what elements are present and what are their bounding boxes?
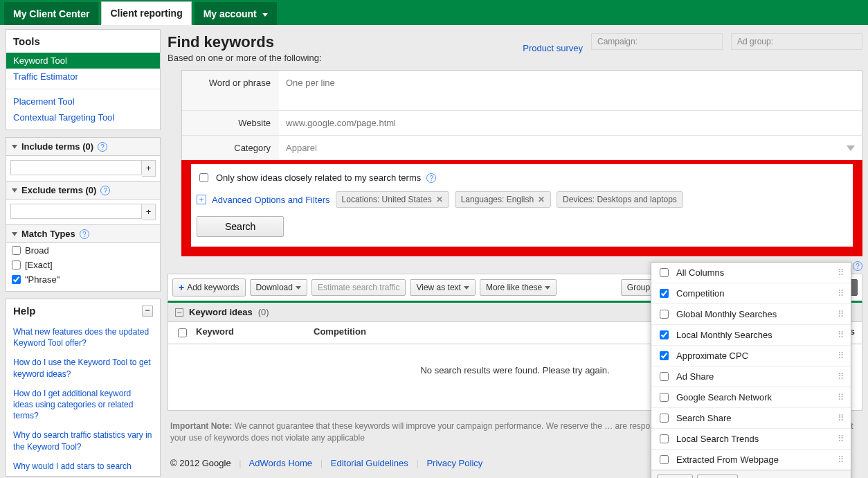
footer-privacy-policy[interactable]: Privacy Policy <box>426 458 482 468</box>
match-phrase-label: "Phrase" <box>25 274 60 285</box>
select-all-checkbox[interactable] <box>178 328 187 337</box>
exclude-add-button[interactable]: + <box>142 204 156 220</box>
column-checkbox[interactable] <box>660 268 669 277</box>
language-chip[interactable]: Languages: English✕ <box>455 191 551 208</box>
help-icon[interactable]: ? <box>80 229 89 239</box>
col-keyword[interactable]: Keyword <box>196 326 314 339</box>
top-nav: My Client Center Client reporting My acc… <box>0 0 868 25</box>
column-checkbox[interactable] <box>660 393 669 402</box>
chevron-down-icon[interactable] <box>12 145 17 149</box>
include-add-button[interactable]: + <box>142 160 156 177</box>
exclude-input[interactable] <box>10 204 142 219</box>
drag-handle-icon[interactable]: ⠿ <box>838 434 845 444</box>
more-like-these-button[interactable]: More like these <box>480 279 557 296</box>
close-icon[interactable]: ✕ <box>538 195 545 204</box>
expand-icon[interactable]: + <box>197 195 206 204</box>
help-link[interactable]: What new features does the updated Keywo… <box>6 322 160 353</box>
tab-my-client-center[interactable]: My Client Center <box>4 2 98 25</box>
help-icon[interactable]: ? <box>100 186 110 195</box>
column-option[interactable]: Extracted From Webpage⠿ <box>651 450 851 470</box>
adgroup-field[interactable]: Ad group: <box>731 33 862 50</box>
chevron-down-icon <box>847 145 855 151</box>
tool-placement[interactable]: Placement Tool <box>6 94 160 109</box>
column-option[interactable]: Local Monthly Searches⠿ <box>651 325 851 346</box>
website-input[interactable] <box>283 115 858 131</box>
copyright: © 2012 Google <box>170 458 231 468</box>
column-option[interactable]: Global Monthly Searches⠿ <box>651 304 851 325</box>
help-link[interactable]: How do I use the Keyword Tool to get key… <box>6 353 160 383</box>
collapse-icon[interactable] <box>175 308 183 317</box>
estimate-button[interactable]: Estimate search traffic <box>311 279 406 296</box>
column-option[interactable]: Ad Share⠿ <box>651 366 851 387</box>
column-label: Search Share <box>676 413 732 423</box>
match-phrase-checkbox[interactable] <box>12 275 21 284</box>
devices-chip[interactable]: Devices: Desktops and laptops <box>557 191 683 208</box>
advanced-options-link[interactable]: Advanced Options and Filters <box>212 195 330 205</box>
column-option[interactable]: All Columns⠿ <box>651 263 851 283</box>
column-checkbox[interactable] <box>660 372 669 381</box>
column-checkbox[interactable] <box>660 434 669 443</box>
drag-handle-icon[interactable]: ⠿ <box>838 267 845 278</box>
add-keywords-button[interactable]: +Add keywords <box>172 278 246 296</box>
drag-handle-icon[interactable]: ⠿ <box>838 351 845 361</box>
include-input[interactable] <box>10 160 142 175</box>
footer-adwords-home[interactable]: AdWords Home <box>249 458 313 468</box>
column-checkbox[interactable] <box>660 289 669 298</box>
chevron-down-icon[interactable] <box>12 188 17 193</box>
column-checkbox[interactable] <box>660 330 669 339</box>
close-icon[interactable]: ✕ <box>436 195 443 204</box>
help-icon[interactable]: ? <box>853 261 862 271</box>
match-broad-label: Broad <box>25 245 49 256</box>
only-show-checkbox[interactable] <box>199 173 208 182</box>
match-broad-checkbox[interactable] <box>12 246 21 255</box>
help-link[interactable]: Why do search traffic statistics vary in… <box>6 425 160 456</box>
location-chip[interactable]: Locations: United States✕ <box>336 191 449 208</box>
drag-handle-icon[interactable]: ⠿ <box>838 454 845 465</box>
tab-client-reporting[interactable]: Client reporting <box>101 1 191 25</box>
word-input[interactable] <box>283 75 858 104</box>
columns-cancel-button[interactable]: Cancel <box>697 475 738 478</box>
column-option[interactable]: Search Share⠿ <box>651 408 851 429</box>
drag-handle-icon[interactable]: ⠿ <box>838 392 845 402</box>
column-checkbox[interactable] <box>660 414 669 423</box>
tools-heading: Tools <box>6 30 160 53</box>
column-checkbox[interactable] <box>660 455 669 464</box>
campaign-field[interactable]: Campaign: <box>591 33 723 50</box>
help-link[interactable]: How do I get additional keyword ideas us… <box>6 384 160 426</box>
chevron-down-icon <box>296 286 301 290</box>
column-option[interactable]: Local Search Trends⠿ <box>651 429 851 450</box>
column-checkbox[interactable] <box>660 310 669 319</box>
drag-handle-icon[interactable]: ⠿ <box>838 330 845 340</box>
help-heading: Help <box>13 305 36 317</box>
columns-apply-button[interactable]: Apply <box>657 475 693 478</box>
column-option[interactable]: Google Search Network⠿ <box>651 387 851 408</box>
help-icon[interactable]: ? <box>98 142 107 152</box>
match-exact-checkbox[interactable] <box>12 260 21 269</box>
drag-handle-icon[interactable]: ⠿ <box>838 309 845 319</box>
drag-handle-icon[interactable]: ⠿ <box>838 413 845 423</box>
product-survey-link[interactable]: Product survey <box>523 43 583 53</box>
chevron-down-icon[interactable] <box>12 232 17 236</box>
drag-handle-icon[interactable]: ⠿ <box>838 288 845 299</box>
tab-my-account[interactable]: My account <box>195 2 277 25</box>
search-button[interactable]: Search <box>197 216 284 237</box>
collapse-icon[interactable]: − <box>142 306 153 317</box>
column-checkbox[interactable] <box>660 351 669 360</box>
drag-handle-icon[interactable]: ⠿ <box>838 371 845 382</box>
tool-contextual-targeting[interactable]: Contextual Targeting Tool <box>6 109 160 125</box>
tool-traffic-estimator[interactable]: Traffic Estimator <box>6 69 160 85</box>
category-select[interactable]: Apparel <box>279 136 862 160</box>
tool-keyword[interactable]: Keyword Tool <box>6 53 160 69</box>
column-label: Global Monthly Searches <box>676 309 777 319</box>
match-exact-label: [Exact] <box>25 260 53 270</box>
chevron-down-icon <box>545 286 550 290</box>
column-label: Ad Share <box>676 371 714 382</box>
download-button[interactable]: Download <box>250 279 307 296</box>
help-link[interactable]: Why would I add stars to search <box>6 457 160 476</box>
help-icon[interactable]: ? <box>426 173 436 183</box>
column-option[interactable]: Approximate CPC⠿ <box>651 346 851 366</box>
column-option[interactable]: Competition⠿ <box>651 283 851 304</box>
help-panel: Help− What new features does the updated… <box>6 299 161 477</box>
view-as-text-button[interactable]: View as text <box>410 279 475 296</box>
footer-editorial-guidelines[interactable]: Editorial Guidelines <box>331 458 408 468</box>
